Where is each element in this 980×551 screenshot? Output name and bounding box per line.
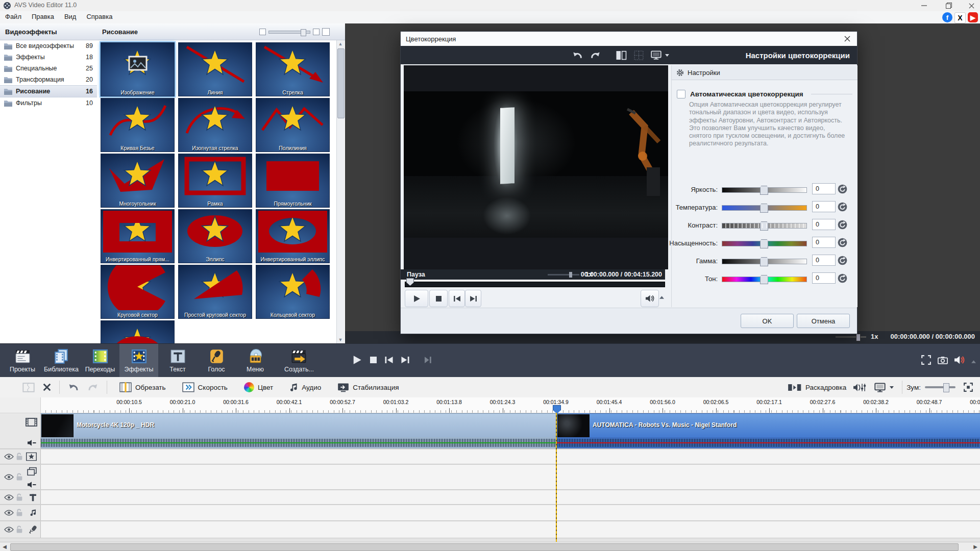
music-track-row[interactable] bbox=[0, 505, 980, 521]
sidebar-item-Специальные[interactable]: Специальные25 bbox=[0, 63, 97, 74]
effect-tile-inverted-rect[interactable]: Инвертированный прям... bbox=[101, 209, 175, 263]
effect-tile-ellipse[interactable]: Эллипс bbox=[178, 209, 252, 263]
stop-button[interactable] bbox=[370, 357, 377, 365]
effect-tile-polygon[interactable]: Многоугольник bbox=[101, 154, 175, 208]
toolbar-button-stabilize[interactable]: Стабилизация bbox=[337, 383, 399, 392]
reset-icon[interactable] bbox=[838, 238, 847, 247]
prev-scene-icon[interactable] bbox=[385, 357, 393, 365]
x-icon[interactable]: X bbox=[954, 12, 966, 23]
timeline-clip[interactable]: AUTOMATICA - Robots Vs. Music - Nigel St… bbox=[556, 413, 980, 438]
toolbar-button-audio[interactable]: Аудио bbox=[289, 383, 321, 392]
redo-icon[interactable] bbox=[590, 51, 601, 60]
slider-value-input[interactable]: 0 bbox=[812, 237, 836, 248]
auto-color-checkbox[interactable] bbox=[677, 90, 685, 98]
monitor-icon[interactable] bbox=[874, 383, 886, 392]
scrollbar-thumb[interactable] bbox=[337, 48, 345, 118]
seek-handle[interactable] bbox=[406, 278, 414, 286]
facebook-icon[interactable]: f bbox=[942, 12, 952, 22]
cancel-button[interactable]: Отмена bbox=[797, 314, 850, 328]
audio-waveform[interactable] bbox=[556, 437, 980, 448]
timeline-hscrollbar[interactable]: ◀ ▶ bbox=[0, 542, 980, 551]
play-button[interactable] bbox=[352, 355, 362, 366]
nav-item-effects[interactable]: Эффекты bbox=[119, 344, 158, 378]
sidebar-item-Трансформация[interactable]: Трансформация20 bbox=[0, 74, 97, 85]
scroll-right-icon[interactable]: ▶ bbox=[972, 543, 979, 550]
slider-value-input[interactable]: 0 bbox=[812, 219, 836, 230]
effect-tile-curved-arrow[interactable]: Изогнутая стрелка bbox=[178, 98, 252, 152]
effect-tile-inverted-ellipse[interactable]: Инвертированный эллипс bbox=[256, 209, 330, 263]
slider-handle[interactable] bbox=[760, 257, 768, 266]
effect-tile-line[interactable]: Линия bbox=[178, 42, 252, 96]
monitor-dropdown-icon[interactable] bbox=[665, 54, 669, 57]
scroll-up-icon[interactable]: ▲ bbox=[338, 41, 343, 46]
saturation-slider[interactable] bbox=[722, 241, 807, 246]
reset-icon[interactable] bbox=[838, 256, 847, 265]
nav-item-voice[interactable]: Голос bbox=[197, 344, 236, 378]
thumb-size-handle[interactable] bbox=[301, 29, 306, 36]
grid-view-icon[interactable] bbox=[634, 51, 644, 60]
hue-slider[interactable] bbox=[722, 277, 807, 282]
split-clip-icon[interactable] bbox=[22, 383, 35, 392]
menu-Правка[interactable]: Правка bbox=[27, 11, 59, 22]
lock-icon[interactable] bbox=[16, 509, 23, 517]
hscroll-thumb[interactable] bbox=[10, 543, 959, 551]
brightness-slider[interactable] bbox=[722, 187, 807, 193]
slider-value-input[interactable]: 0 bbox=[812, 272, 836, 284]
fullscreen-icon[interactable] bbox=[921, 355, 931, 366]
sidebar-item-Эффекты[interactable]: Эффекты18 bbox=[0, 52, 97, 63]
timeline-zoom-slider[interactable] bbox=[925, 386, 955, 388]
scroll-down-icon[interactable]: ▼ bbox=[338, 337, 343, 342]
nav-item-projects[interactable]: Проекты bbox=[3, 344, 42, 378]
player-speed-slider[interactable] bbox=[548, 274, 579, 276]
nav-item-text[interactable]: Текст bbox=[158, 344, 197, 378]
effects-track-row[interactable] bbox=[0, 449, 980, 464]
split-view-icon[interactable] bbox=[616, 51, 627, 60]
view-mode-icon[interactable] bbox=[322, 28, 330, 36]
slider-handle[interactable] bbox=[760, 204, 768, 213]
prev-frame-button[interactable] bbox=[449, 290, 465, 307]
effect-tile-ring-sector[interactable]: Кольцевой сектор bbox=[256, 265, 330, 319]
ok-button[interactable]: OK bbox=[741, 314, 794, 328]
volume-icon[interactable] bbox=[954, 356, 965, 366]
minimize-button[interactable] bbox=[918, 1, 931, 10]
undo-icon[interactable] bbox=[572, 51, 583, 60]
slider-value-input[interactable]: 0 bbox=[812, 255, 836, 266]
dialog-title-bar[interactable]: Цветокоррекция bbox=[401, 32, 857, 46]
eye-icon[interactable] bbox=[4, 494, 14, 500]
play-button[interactable] bbox=[405, 290, 428, 307]
temperature-slider[interactable] bbox=[722, 205, 807, 211]
voice-track-row[interactable] bbox=[0, 521, 980, 538]
toolbar-button-speed[interactable]: Скорость bbox=[182, 382, 228, 392]
audio-waveform[interactable] bbox=[40, 437, 557, 448]
nav-item-create[interactable]: Создать... bbox=[275, 344, 324, 378]
slider-handle[interactable] bbox=[760, 186, 768, 195]
effects-scrollbar[interactable]: ▲ ▼ bbox=[336, 40, 345, 343]
maximize-button[interactable] bbox=[942, 1, 955, 10]
overlay-track-row[interactable] bbox=[0, 464, 980, 490]
slider-value-input[interactable]: 0 bbox=[812, 201, 836, 212]
eye-icon[interactable] bbox=[4, 527, 14, 533]
thumb-size-slider[interactable] bbox=[268, 31, 310, 34]
reset-icon[interactable] bbox=[838, 273, 847, 283]
preview-speed-slider[interactable] bbox=[836, 336, 866, 338]
menu-Справка[interactable]: Справка bbox=[81, 11, 117, 22]
effect-tile-arrow[interactable]: Стрелка bbox=[256, 42, 330, 96]
reset-icon[interactable] bbox=[838, 184, 847, 194]
zoom-handle[interactable] bbox=[943, 383, 949, 392]
fit-timeline-icon[interactable] bbox=[964, 383, 973, 392]
eye-icon[interactable] bbox=[4, 454, 14, 460]
effect-tile-frame[interactable]: Рамка bbox=[178, 154, 252, 208]
effect-tile-bezier[interactable]: Кривая Безье bbox=[101, 98, 175, 152]
step-forward-icon[interactable] bbox=[425, 357, 433, 365]
eye-icon[interactable] bbox=[4, 474, 14, 480]
effect-tile-polyline[interactable]: Полилиния bbox=[256, 98, 330, 152]
snapshot-icon[interactable] bbox=[938, 356, 948, 366]
seek-bar[interactable] bbox=[405, 282, 665, 287]
contrast-slider[interactable] bbox=[722, 223, 807, 229]
monitor-dropdown-icon[interactable] bbox=[890, 386, 894, 389]
lock-icon[interactable] bbox=[16, 525, 23, 534]
storyboard-label[interactable]: Раскадровка bbox=[805, 384, 846, 391]
lock-icon[interactable] bbox=[16, 453, 23, 461]
timeline-clip[interactable]: Motorcycle 4K 120p _ HDR bbox=[40, 413, 557, 438]
reset-icon[interactable] bbox=[838, 220, 847, 230]
